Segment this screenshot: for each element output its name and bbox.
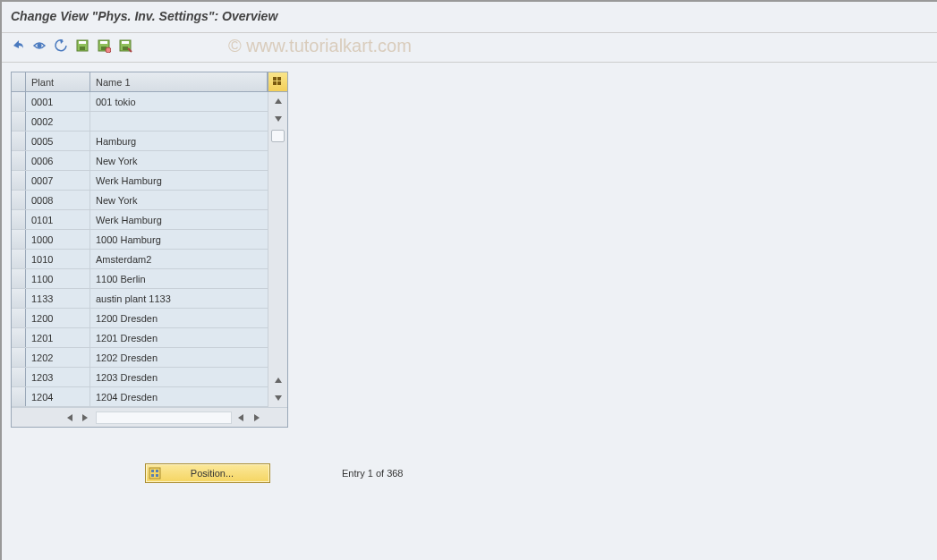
- vertical-scrollbar: [268, 92, 287, 407]
- cell-plant[interactable]: 1204: [26, 387, 90, 406]
- hscroll-track[interactable]: [96, 412, 232, 424]
- row-selector[interactable]: [12, 191, 26, 209]
- table-row: 11001100 Berlin: [12, 269, 287, 289]
- cell-name[interactable]: Werk Hamburg: [90, 210, 287, 229]
- col-header-name[interactable]: Name 1: [90, 72, 268, 91]
- cell-plant[interactable]: 0001: [26, 92, 90, 111]
- cell-plant[interactable]: 0005: [26, 132, 90, 150]
- position-button[interactable]: Position...: [145, 463, 270, 483]
- cell-plant[interactable]: 0006: [26, 151, 90, 170]
- toolbar-save-button[interactable]: [73, 37, 91, 55]
- cell-name[interactable]: New York: [90, 151, 287, 170]
- row-selector[interactable]: [12, 289, 26, 308]
- vscroll-up-button[interactable]: [269, 92, 287, 110]
- hscroll-left-button[interactable]: [63, 411, 77, 425]
- cell-plant[interactable]: 1133: [26, 289, 90, 308]
- cell-name[interactable]: 1200 Dresden: [90, 309, 287, 327]
- cell-plant[interactable]: 1100: [26, 269, 90, 288]
- configure-columns-button[interactable]: [268, 72, 287, 91]
- grid-body: 0001001 tokio00020005Hamburg0006New York…: [12, 92, 287, 407]
- cell-plant[interactable]: 0007: [26, 171, 90, 190]
- cell-name[interactable]: 001 tokio: [90, 92, 287, 111]
- cell-name[interactable]: austin plant 1133: [90, 289, 287, 308]
- toolbar-undo-button[interactable]: [9, 37, 27, 55]
- svg-rect-13: [156, 470, 158, 472]
- cell-plant[interactable]: 1202: [26, 348, 90, 367]
- svg-rect-10: [123, 47, 128, 50]
- cell-name[interactable]: Hamburg: [90, 132, 287, 150]
- cell-name[interactable]: [90, 112, 287, 131]
- table-row: 12001200 Dresden: [12, 309, 287, 328]
- svg-rect-3: [80, 47, 85, 50]
- position-icon: [146, 467, 164, 479]
- row-selector[interactable]: [12, 112, 26, 131]
- entry-count-text: Entry 1 of 368: [342, 468, 404, 479]
- table-row: 12041204 Dresden: [12, 387, 287, 407]
- cell-plant[interactable]: 0002: [26, 112, 90, 131]
- position-button-label: Position...: [164, 468, 269, 479]
- table-row: 12031203 Dresden: [12, 368, 287, 387]
- table-row: 1133austin plant 1133: [12, 289, 287, 309]
- cell-name[interactable]: 1100 Berlin: [90, 269, 287, 288]
- row-selector[interactable]: [12, 387, 26, 406]
- svg-rect-12: [151, 470, 154, 472]
- row-selector[interactable]: [12, 348, 26, 367]
- cell-plant[interactable]: 0101: [26, 210, 90, 229]
- svg-rect-14: [151, 474, 154, 477]
- table-row: 0005Hamburg: [12, 132, 287, 151]
- cell-name[interactable]: 1204 Dresden: [90, 387, 287, 406]
- table-row: 0006New York: [12, 151, 287, 171]
- cell-plant[interactable]: 0008: [26, 191, 90, 209]
- data-grid: Plant Name 1 0001001 tokio00020005Hambur…: [11, 72, 288, 428]
- grid-header-row: Plant Name 1: [12, 72, 287, 92]
- table-row: 0002: [12, 112, 287, 132]
- cell-name[interactable]: 1000 Hamburg: [90, 230, 287, 249]
- hscroll-left2-button[interactable]: [234, 411, 248, 425]
- row-selector[interactable]: [12, 210, 26, 229]
- toolbar-back-button[interactable]: [52, 37, 70, 55]
- hscroll-right-button[interactable]: [78, 411, 92, 425]
- row-selector[interactable]: [12, 309, 26, 327]
- svg-rect-9: [122, 41, 129, 44]
- col-header-plant[interactable]: Plant: [26, 72, 90, 91]
- table-row: 1010Amsterdam2: [12, 250, 287, 269]
- svg-rect-5: [100, 41, 107, 44]
- cell-plant[interactable]: 1201: [26, 328, 90, 347]
- table-row: 0007Werk Hamburg: [12, 171, 287, 191]
- content-area: Plant Name 1 0001001 tokio00020005Hambur…: [2, 63, 937, 492]
- cell-plant[interactable]: 1000: [26, 230, 90, 249]
- cell-plant[interactable]: 1200: [26, 309, 90, 327]
- vscroll-down2-button[interactable]: [269, 389, 287, 407]
- row-selector[interactable]: [12, 171, 26, 190]
- row-selector[interactable]: [12, 151, 26, 170]
- row-selector[interactable]: [12, 269, 26, 288]
- cell-name[interactable]: Werk Hamburg: [90, 171, 287, 190]
- row-selector[interactable]: [12, 92, 26, 111]
- vscroll-thumb[interactable]: [271, 130, 285, 142]
- select-all-header[interactable]: [12, 72, 26, 91]
- footer-row: Position... Entry 1 of 368: [145, 463, 928, 483]
- svg-point-7: [106, 47, 111, 53]
- toolbar-save2-button[interactable]: [95, 37, 113, 55]
- cell-plant[interactable]: 1010: [26, 250, 90, 268]
- table-row: 0001001 tokio: [12, 92, 287, 112]
- vscroll-track[interactable]: [268, 128, 287, 371]
- cell-plant[interactable]: 1203: [26, 368, 90, 386]
- row-selector[interactable]: [12, 328, 26, 347]
- vscroll-down-button[interactable]: [269, 110, 287, 128]
- row-selector[interactable]: [12, 250, 26, 268]
- row-selector[interactable]: [12, 132, 26, 150]
- row-selector[interactable]: [12, 368, 26, 386]
- cell-name[interactable]: 1202 Dresden: [90, 348, 287, 367]
- cell-name[interactable]: 1201 Dresden: [90, 328, 287, 347]
- cell-name[interactable]: 1203 Dresden: [90, 368, 287, 386]
- toolbar-save3-button[interactable]: [116, 37, 134, 55]
- cell-name[interactable]: New York: [90, 191, 287, 209]
- title-bar: Change View "Phys. Inv. Settings": Overv…: [2, 2, 937, 33]
- table-row: 10001000 Hamburg: [12, 230, 287, 250]
- toolbar-display-button[interactable]: [30, 37, 48, 55]
- vscroll-up2-button[interactable]: [269, 371, 287, 389]
- cell-name[interactable]: Amsterdam2: [90, 250, 287, 268]
- hscroll-right2-button[interactable]: [250, 411, 264, 425]
- row-selector[interactable]: [12, 230, 26, 249]
